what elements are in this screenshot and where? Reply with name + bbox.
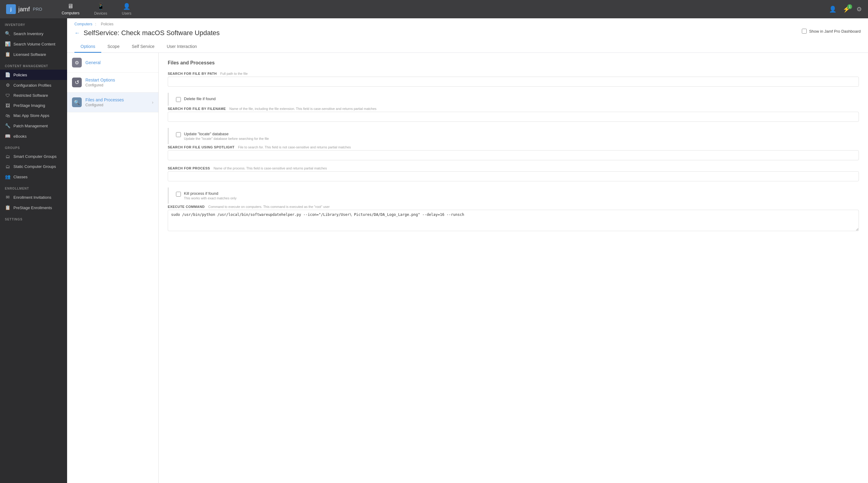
prestage-enrollments-icon: 📋 (5, 205, 10, 210)
input-search-process[interactable] (168, 171, 859, 181)
checkbox-container-delete-file: Delete file if found (168, 93, 859, 106)
nav-computers[interactable]: 🖥 Computers (54, 0, 87, 18)
classes-icon: 👥 (5, 174, 10, 179)
sidebar-item-label-restricted: Restricted Software (13, 93, 48, 98)
sidebar-section-enrollment: ENROLLMENT (0, 182, 67, 192)
panel-item-general-text: General (85, 60, 153, 65)
breadcrumb-separator: : (95, 22, 97, 26)
update-locate-label: Update "locate" database (184, 132, 269, 136)
checkbox-delete-file[interactable] (176, 97, 181, 102)
field-hint-search-by-path: Full path to the file (220, 72, 248, 76)
sidebar-item-label-smart-groups: Smart Computer Groups (13, 154, 57, 159)
panel-item-files-subtitle: Configured (85, 103, 148, 107)
panel-item-restart[interactable]: ↺ Restart Options Configured (67, 73, 158, 92)
sidebar-item-patch-management[interactable]: 🔧 Patch Management (0, 121, 67, 131)
sidebar-item-mac-app-store[interactable]: 🛍 Mac App Store Apps (0, 111, 67, 121)
panel-item-general[interactable]: ⚙ General (67, 53, 158, 73)
sidebar-item-label-config: Configuration Profiles (13, 83, 51, 88)
section-title: Files and Processes (168, 60, 859, 66)
dashboard-check: Show in Jamf Pro Dashboard (802, 29, 861, 37)
content-area: Computers : Policies ← SelfService: Chec… (67, 18, 868, 483)
input-spotlight[interactable] (168, 150, 859, 160)
sidebar-item-label-prestage-enroll: PreStage Enrollments (13, 205, 52, 210)
ebooks-icon: 📖 (5, 134, 10, 139)
sidebar-item-ebooks[interactable]: 📖 eBooks (0, 131, 67, 141)
checkbox-update-locate[interactable] (176, 132, 181, 137)
back-button[interactable]: ← (74, 30, 80, 36)
breadcrumb-current: Policies (101, 22, 114, 26)
input-search-by-filename[interactable] (168, 112, 859, 122)
field-group-search-process: Search For Process Name of the process. … (168, 166, 859, 181)
sidebar-item-config-profiles[interactable]: ⚙ Configuration Profiles (0, 80, 67, 90)
sidebar-item-label-classes: Classes (13, 175, 27, 179)
sidebar-item-enrollment-invitations[interactable]: ✉ Enrollment Invitations (0, 192, 67, 202)
settings-icon-btn[interactable]: ⚙ (857, 5, 862, 13)
checkbox-container-kill-process: Kill process if found This works with ex… (168, 188, 859, 204)
tab-user-interaction[interactable]: User Interaction (161, 41, 203, 53)
notifications-icon-btn[interactable]: ⚡ 1 (843, 5, 850, 13)
field-hint-search-by-filename: Name of the file, including the file ext… (229, 107, 376, 111)
checkbox-row-update-locate: Update "locate" database Update the "loc… (176, 128, 859, 144)
sidebar-section-inventory: INVENTORY (0, 18, 67, 28)
sidebar-item-prestage-imaging[interactable]: 🖼 PreStage Imaging (0, 101, 67, 111)
sidebar-item-policies[interactable]: 📄 Policies (0, 69, 67, 80)
checkbox-label-update-locate: Update "locate" database Update the "loc… (184, 132, 269, 140)
computers-icon: 🖥 (67, 3, 73, 10)
logo-pro: PRO (33, 7, 42, 11)
field-group-search-by-path: Search For File By Path Full path to the… (168, 72, 859, 87)
sidebar: INVENTORY 🔍 Search Inventory 📊 Search Vo… (0, 18, 67, 483)
panel-item-restart-subtitle: Configured (85, 83, 153, 87)
checkbox-row-kill-process: Kill process if found This works with ex… (176, 188, 859, 204)
main-layout: INVENTORY 🔍 Search Inventory 📊 Search Vo… (0, 18, 868, 483)
tab-options[interactable]: Options (74, 41, 101, 53)
breadcrumb: Computers : Policies (74, 22, 861, 26)
nav-users[interactable]: 👤 Users (115, 0, 139, 18)
textarea-execute-command[interactable]: sudo /usr/bin/python /usr/local/bin/soft… (168, 210, 859, 231)
nav-devices[interactable]: 📱 Devices (87, 0, 115, 18)
left-panel: ⚙ General ↺ Restart Options Configured 🔍 (67, 53, 159, 483)
sidebar-item-prestage-enrollments[interactable]: 📋 PreStage Enrollments (0, 202, 67, 213)
sidebar-item-search-volume[interactable]: 📊 Search Volume Content (0, 39, 67, 49)
panel-item-restart-title: Restart Options (85, 78, 153, 82)
devices-icon: 📱 (97, 3, 104, 10)
prestage-imaging-icon: 🖼 (5, 103, 10, 108)
sidebar-item-search-inventory[interactable]: 🔍 Search Inventory (0, 28, 67, 39)
tab-self-service[interactable]: Self Service (126, 41, 161, 53)
dashboard-checkbox[interactable] (802, 29, 807, 34)
tab-scope[interactable]: Scope (101, 41, 126, 53)
field-hint-search-process: Name of the process. This field is case-… (214, 166, 327, 170)
update-locate-sublabel: Update the "locate" database before sear… (184, 137, 269, 140)
static-groups-icon: 🗂 (5, 164, 10, 169)
enrollment-invitations-icon: ✉ (5, 195, 10, 200)
restricted-software-icon: 🛡 (5, 93, 10, 98)
sidebar-item-smart-groups[interactable]: 🗂 Smart Computer Groups (0, 151, 67, 162)
sidebar-item-restricted-software[interactable]: 🛡 Restricted Software (0, 90, 67, 101)
sidebar-item-static-groups[interactable]: 🗂 Static Computer Groups (0, 162, 67, 172)
field-label-search-by-filename: Search For File By Filename Name of the … (168, 107, 859, 111)
nav-users-label: Users (122, 11, 131, 16)
panel-item-files-processes[interactable]: 🔍 Files and Processes Configured › (67, 92, 158, 112)
licensed-software-icon: 📋 (5, 52, 10, 57)
delete-file-label: Delete file if found (184, 96, 216, 101)
top-nav-items: 🖥 Computers 📱 Devices 👤 Users (54, 0, 829, 18)
field-group-search-by-filename: Search For File By Filename Name of the … (168, 107, 859, 122)
jamf-logo-icon: j (6, 4, 16, 14)
sidebar-item-label-prestage-imaging: PreStage Imaging (13, 103, 45, 108)
sidebar-item-label-search-volume: Search Volume Content (13, 42, 55, 47)
user-icon-btn[interactable]: 👤 (829, 5, 837, 13)
checkbox-row-delete-file: Delete file if found (176, 93, 859, 106)
checkbox-kill-process[interactable] (176, 192, 181, 197)
top-nav: j jamf PRO 🖥 Computers 📱 Devices 👤 Users… (0, 0, 868, 18)
top-nav-right: 👤 ⚡ 1 ⚙ (829, 5, 862, 13)
sidebar-item-label-enrollment: Enrollment Invitations (13, 195, 51, 200)
sidebar-item-licensed-software[interactable]: 📋 Licensed Software (0, 49, 67, 60)
field-label-search-by-path: Search For File By Path Full path to the… (168, 72, 859, 76)
checkbox-container-update-locate: Update "locate" database Update the "loc… (168, 128, 859, 144)
field-hint-spotlight: File to search for. This field is not ca… (238, 145, 351, 149)
input-search-by-path[interactable] (168, 77, 859, 87)
logo-text: jamf (18, 6, 30, 13)
kill-process-sublabel: This works with exact matches only (184, 196, 236, 200)
sidebar-item-classes[interactable]: 👥 Classes (0, 172, 67, 182)
logo-area: j jamf PRO (6, 4, 42, 14)
breadcrumb-parent[interactable]: Computers (74, 22, 92, 26)
